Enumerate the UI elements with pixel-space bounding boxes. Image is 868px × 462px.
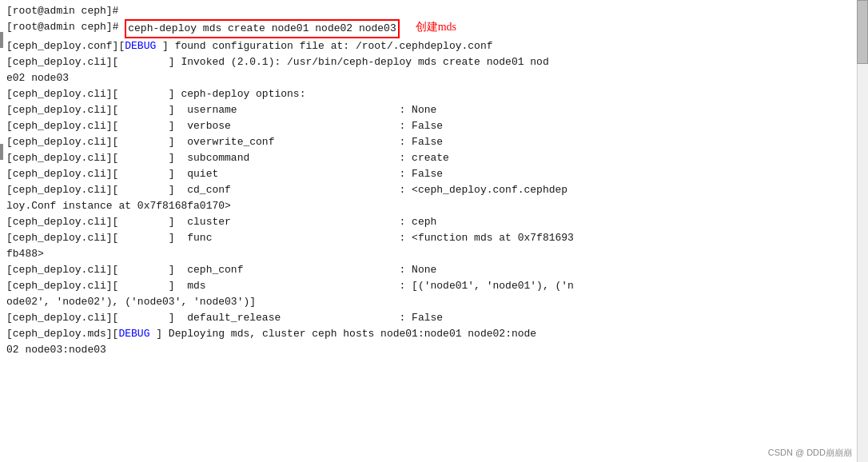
line-content-13b: fb488> bbox=[6, 246, 44, 262]
terminal-line-15b: ode02', 'node02'), ('node03', 'node03')] bbox=[0, 294, 868, 310]
prompt-1: [root@admin ceph]# bbox=[6, 3, 118, 19]
terminal-line-6: [ceph_deploy.cli][ ] username : None bbox=[0, 102, 868, 118]
line-prefix-3: [ceph_deploy.conf][ bbox=[6, 38, 125, 54]
line-content-4b: e02 node03 bbox=[6, 70, 69, 86]
terminal-line-11: [ceph_deploy.cli][ ] cd_conf : <ceph_dep… bbox=[0, 182, 868, 198]
debug-tag-17: DEBUG bbox=[118, 326, 149, 342]
terminal-line-14: [ceph_deploy.cli][ ] ceph_conf : None bbox=[0, 262, 868, 278]
line-content-6: [ceph_deploy.cli][ ] username : None bbox=[6, 102, 436, 118]
line-content-11b: loy.Conf instance at 0x7f8168fa0170> bbox=[6, 198, 231, 214]
line-content-14: [ceph_deploy.cli][ ] ceph_conf : None bbox=[6, 262, 436, 278]
hash: # bbox=[113, 19, 125, 35]
terminal-line-4: [ceph_deploy.cli][ ] Invoked (2.0.1): /u… bbox=[0, 54, 868, 70]
line-prefix-17: [ceph_deploy.mds][ bbox=[6, 326, 118, 342]
line-content-12: [ceph_deploy.cli][ ] cluster : ceph bbox=[6, 214, 436, 230]
terminal-line-12: [ceph_deploy.cli][ ] cluster : ceph bbox=[0, 214, 868, 230]
line-content-8: [ceph_deploy.cli][ ] overwrite_conf : Fa… bbox=[6, 134, 443, 150]
scrollbar-thumb[interactable] bbox=[857, 0, 868, 64]
line-content-5: [ceph_deploy.cli][ ] ceph-deploy options… bbox=[6, 86, 305, 102]
terminal-line-8: [ceph_deploy.cli][ ] overwrite_conf : Fa… bbox=[0, 134, 868, 150]
terminal-line-15: [ceph_deploy.cli][ ] mds : [('node01', '… bbox=[0, 278, 868, 294]
terminal-line-5: [ceph_deploy.cli][ ] ceph-deploy options… bbox=[0, 86, 868, 102]
line-content-15b: ode02', 'node02'), ('node03', 'node03')] bbox=[6, 294, 256, 310]
terminal-line-7: [ceph_deploy.cli][ ] verbose : False bbox=[0, 118, 868, 134]
line-content-10: [ceph_deploy.cli][ ] quiet : False bbox=[6, 166, 443, 182]
terminal-line-3: [ceph_deploy.conf][DEBUG ] found configu… bbox=[0, 38, 868, 54]
left-indicator-2 bbox=[0, 144, 3, 160]
line-content-7: [ceph_deploy.cli][ ] verbose : False bbox=[6, 118, 443, 134]
terminal-line-1: [root@admin ceph]# bbox=[0, 3, 868, 19]
terminal-line-16: [ceph_deploy.cli][ ] default_release : F… bbox=[0, 310, 868, 326]
debug-tag-3: DEBUG bbox=[125, 38, 156, 54]
line-rest-3: ] found configuration file at: /root/.ce… bbox=[156, 38, 492, 54]
line-rest-17: ] Deploying mds, cluster ceph hosts node… bbox=[149, 326, 536, 342]
terminal-line-17: [ceph_deploy.mds][DEBUG ] Deploying mds,… bbox=[0, 326, 868, 342]
prompt-2: [root@admin ceph] bbox=[6, 19, 113, 35]
line-content-13: [ceph_deploy.cli][ ] func : <function md… bbox=[6, 230, 574, 246]
terminal: [root@admin ceph]# [root@admin ceph]# ce… bbox=[0, 0, 868, 462]
terminal-line-13: [ceph_deploy.cli][ ] func : <function md… bbox=[0, 230, 868, 246]
line-content-4: [ceph_deploy.cli][ ] Invoked (2.0.1): /u… bbox=[6, 54, 549, 70]
command-highlight: ceph-deploy mds create node01 node02 nod… bbox=[125, 19, 399, 38]
terminal-line-4b: e02 node03 bbox=[0, 70, 868, 86]
watermark: CSDN @ DDD崩崩崩 bbox=[768, 447, 852, 459]
terminal-line-2: [root@admin ceph]# ceph-deploy mds creat… bbox=[0, 19, 868, 38]
line-content-17b: 02 node03:node03 bbox=[6, 342, 106, 358]
terminal-line-10: [ceph_deploy.cli][ ] quiet : False bbox=[0, 166, 868, 182]
terminal-line-13b: fb488> bbox=[0, 246, 868, 262]
terminal-line-9: [ceph_deploy.cli][ ] subcommand : create bbox=[0, 150, 868, 166]
line-content-15: [ceph_deploy.cli][ ] mds : [('node01', '… bbox=[6, 278, 574, 294]
line-content-11: [ceph_deploy.cli][ ] cd_conf : <ceph_dep… bbox=[6, 182, 567, 198]
line-content-9: [ceph_deploy.cli][ ] subcommand : create bbox=[6, 150, 449, 166]
scrollbar[interactable] bbox=[857, 0, 868, 462]
comment-mds: 创建mds bbox=[416, 19, 456, 35]
left-indicator-1 bbox=[0, 32, 3, 48]
terminal-line-11b: loy.Conf instance at 0x7f8168fa0170> bbox=[0, 198, 868, 214]
terminal-line-17b: 02 node03:node03 bbox=[0, 342, 868, 358]
line-content-16: [ceph_deploy.cli][ ] default_release : F… bbox=[6, 310, 443, 326]
